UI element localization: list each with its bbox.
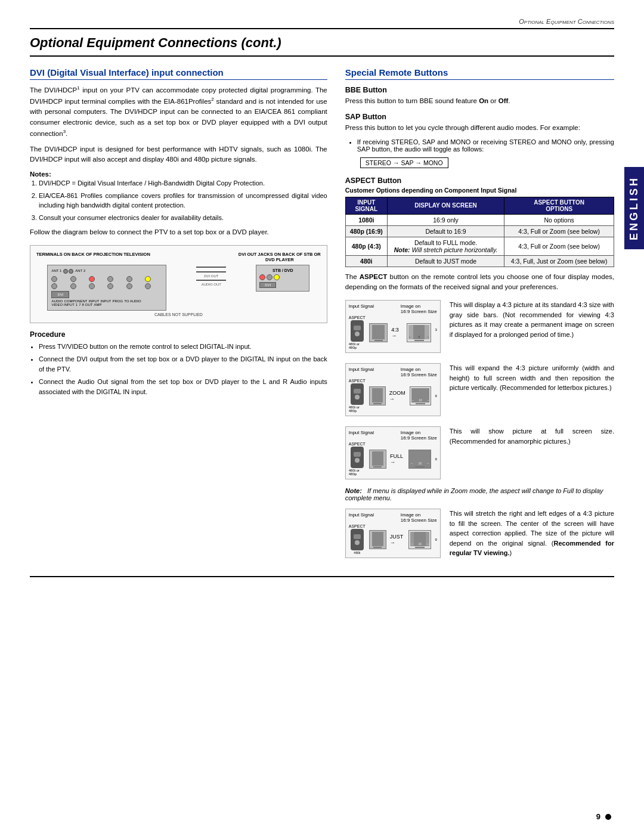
table-header-display: DISPLAY ON SCREEN: [387, 197, 504, 214]
input-tv-just: [369, 530, 386, 549]
cable-label: CABLES NOT SUPPLIED: [36, 312, 321, 317]
english-sidebar: ENGLISH: [624, 167, 644, 249]
notes-section: Notes: DVI/HDCP = Digital Visual Interfa…: [30, 170, 327, 222]
mode-just-diagram: Input Signal Image on16:9 Screen Size AS…: [345, 509, 441, 561]
mode-just-row: Input Signal Image on16:9 Screen Size AS…: [345, 509, 614, 561]
mode-zoom-box: Input Signal Image on16:9 Screen Size AS…: [345, 363, 441, 416]
arrow-just: JUST →: [390, 534, 405, 546]
mode-43-diagram: Input Signal Image on16:9 Screen Size AS…: [345, 300, 441, 356]
mode-zoom-row: Input Signal Image on16:9 Screen Size AS…: [345, 363, 614, 419]
output-tv-43: ←4→: [407, 323, 431, 342]
table-header-options: ASPECT BUTTONOPTIONS: [504, 197, 614, 214]
note-item-3: Consult your consumer electronics dealer…: [39, 213, 327, 223]
arrow-zoom: ZOOM →: [389, 390, 406, 402]
top-header: Optional Equipment Connections: [30, 18, 614, 29]
remote-full: ASPECT 480i or 480p: [349, 442, 366, 476]
procedure-item-3: Connect the Audio Out signal from the se…: [39, 377, 327, 397]
display-480p-43: Default to FULL mode.Note: Will stretch …: [387, 237, 504, 255]
sap-button-title: SAP Button: [345, 113, 614, 121]
stereo-flow-box: STEREO → SAP → MONO: [360, 157, 448, 168]
page: Optional Equipment Connections Optional …: [0, 0, 644, 833]
mode-just-visuals: ASPECT 480i JUST →: [349, 524, 437, 555]
screen-size-label-43: Image on16:9 Screen Size: [401, 304, 437, 314]
input-signal-label-zoom: Input Signal: [349, 367, 374, 377]
sap-bullet-item: If receiving STEREO, SAP and MONO or rec…: [357, 138, 614, 153]
input-tv-zoom: [369, 386, 386, 405]
mode-43-labels: Input Signal Image on16:9 Screen Size: [349, 304, 437, 314]
display-480p-169: Default to 16:9: [387, 225, 504, 237]
arrow-full: FULL →: [390, 453, 405, 465]
two-column-layout: DVI (Digital Visual Interface) input con…: [30, 67, 614, 561]
stereo-label: STEREO: [366, 159, 391, 166]
aspect-table: INPUTSIGNAL DISPLAY ON SCREEN ASPECT BUT…: [345, 197, 614, 267]
output-tv-full: ←16→: [408, 450, 431, 469]
options-1080i: No options: [504, 214, 614, 225]
right-column: Special Remote Buttons BBE Button Press …: [345, 67, 614, 561]
table-row-1080i: 1080i 16:9 only No options: [345, 214, 614, 225]
tv-diagram: ANT 1 ANT 2: [47, 265, 166, 311]
table-row-480p-169: 480p (16:9) Default to 16:9 4:3, Full or…: [345, 225, 614, 237]
remote-zoom: ASPECT 480i or 480p: [349, 379, 366, 413]
aspect-subtitle: Customer Options depending on Component …: [345, 187, 614, 194]
mode-just-text: This will stretch the right and left edg…: [450, 509, 614, 558]
diagram-left-label: TERMINALS ON BACK OF PROJECTION TELEVISI…: [36, 252, 150, 262]
arrow-1: →: [393, 159, 400, 166]
page-footer: 9: [596, 812, 611, 821]
mode-zoom-diagram: Input Signal Image on16:9 Screen Size AS…: [345, 363, 441, 419]
arrow-43: 4:3 →: [391, 327, 403, 339]
signal-480p-169: 480p (16:9): [345, 225, 387, 237]
left-para-2: The DVI/HDCP input is designed for best …: [30, 144, 327, 166]
diagram-right-label: DVI OUT JACKS ON BACK OF STB ORDVD PLAYE…: [239, 252, 321, 262]
left-column: DVI (Digital Visual Interface) input con…: [30, 67, 327, 561]
mode-zoom-text: This will expand the 4:3 picture uniform…: [450, 363, 614, 393]
page-number: 9: [596, 812, 600, 821]
options-480p-169: 4:3, Full or Zoom (see below): [504, 225, 614, 237]
header-title: Optional Equipment Connections: [519, 18, 614, 25]
options-480p-43: 4:3, Full or Zoom (see below): [504, 237, 614, 255]
procedure-title: Procedure: [30, 330, 327, 339]
footer-dot: [605, 814, 611, 820]
sap-bullet-list: If receiving STEREO, SAP and MONO or rec…: [357, 138, 614, 153]
mode-43-visuals: ASPECT 480i or 480p: [349, 315, 437, 349]
aspect-button-title: ASPECT Button: [345, 176, 614, 185]
screen-size-label-just: Image on16:9 Screen Size: [401, 512, 437, 523]
follow-text: Follow the diagram below to connect the …: [30, 227, 327, 238]
signal-1080i: 1080i: [345, 214, 387, 225]
left-para-1: The DVI/HDCP1 input on your PTV can acco…: [30, 85, 327, 140]
mode-full-labels: Input Signal Image on16:9 Screen Size: [349, 430, 437, 441]
input-tv-43: [369, 323, 388, 342]
procedure-item-1: Press TV/VIDEO button on the remote cont…: [39, 342, 327, 352]
output-tv-just: ←16→: [408, 530, 431, 549]
signal-480p-43: 480p (4:3): [345, 237, 387, 255]
signal-480i: 480i: [345, 255, 387, 267]
bbe-button-text: Press this button to turn BBE sound feat…: [345, 96, 614, 107]
options-480i: 4:3, Full, Just or Zoom (see below): [504, 255, 614, 267]
remote-43: ASPECT 480i or 480p: [349, 315, 366, 349]
bbe-button-title: BBE Button: [345, 86, 614, 94]
diagram-inner: ANT 1 ANT 2: [36, 265, 321, 311]
mono-label: MONO: [423, 159, 443, 166]
mode-43-row: Input Signal Image on16:9 Screen Size AS…: [345, 300, 614, 356]
cable-connector: DVI OUT AUDIO OUT: [193, 265, 229, 286]
mode-just-box: Input Signal Image on16:9 Screen Size AS…: [345, 509, 441, 558]
input-tv-full: [369, 450, 386, 469]
input-signal-label-full: Input Signal: [349, 430, 374, 441]
procedure-item-2: Connect the DVI output from the set top …: [39, 354, 327, 374]
aspect-body: The ASPECT button on the remote control …: [345, 272, 614, 293]
arrow-2: →: [415, 159, 422, 166]
left-section-title: DVI (Digital Visual Interface) input con…: [30, 67, 327, 80]
zoom-note: Note: If menu is displayed while in Zoom…: [345, 487, 614, 501]
mode-zoom-labels: Input Signal Image on16:9 Screen Size: [349, 367, 437, 377]
mode-43-text: This will display a 4:3 picture at its s…: [450, 300, 614, 339]
notes-list: DVI/HDCP = Digital Visual Interface / Hi…: [39, 178, 327, 222]
note-item-2: EIA/CEA-861 Profiles compliance covers p…: [39, 191, 327, 210]
mode-full-text: This will show picture at full screen si…: [450, 426, 614, 446]
note-item-1: DVI/HDCP = Digital Visual Interface / Hi…: [39, 178, 327, 188]
mode-full-visuals: ASPECT 480i or 480p: [349, 442, 437, 476]
bottom-rule: [30, 576, 614, 577]
notes-title: Notes:: [30, 171, 51, 178]
mode-43-box: Input Signal Image on16:9 Screen Size AS…: [345, 300, 441, 353]
screen-size-label-full: Image on16:9 Screen Size: [401, 430, 437, 441]
connection-diagram: TERMINALS ON BACK OF PROJECTION TELEVISI…: [30, 245, 327, 323]
input-signal-label-43: Input Signal: [349, 304, 374, 314]
